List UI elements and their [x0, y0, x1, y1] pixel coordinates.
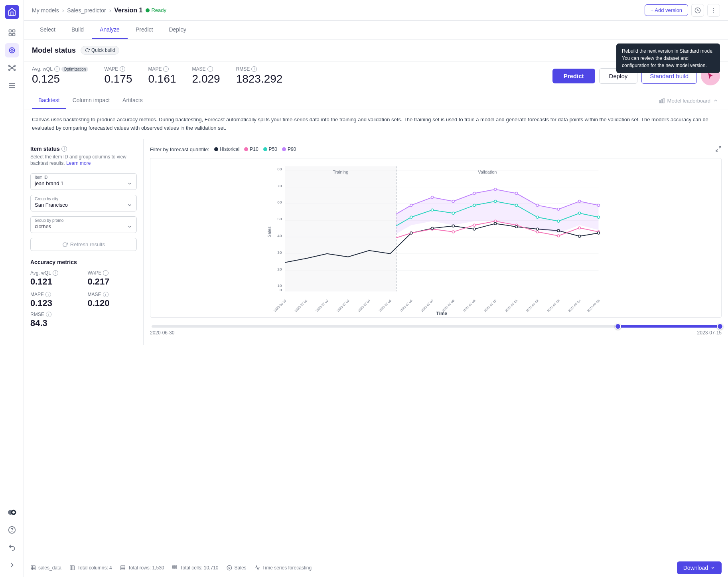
refresh-results-button[interactable]: Refresh results: [30, 238, 137, 251]
tab-deploy[interactable]: Deploy: [161, 21, 194, 39]
accuracy-mase: MASE i 0.120: [88, 292, 137, 308]
legend-p90-label: P90: [288, 146, 296, 152]
slider-handle-right[interactable]: [717, 323, 723, 330]
download-button[interactable]: Download: [677, 561, 722, 574]
svg-point-91: [494, 200, 497, 202]
legend-p90[interactable]: P90: [282, 146, 296, 152]
sidebar-icon-toggle[interactable]: [5, 505, 19, 520]
columns-icon: [69, 565, 75, 571]
accuracy-wape-info[interactable]: i: [103, 270, 109, 276]
accuracy-avg-wql-info[interactable]: i: [53, 270, 58, 276]
model-leaderboard-button[interactable]: Model leaderboard: [657, 94, 720, 107]
sidebar: [0, 0, 24, 577]
slider-handle-left[interactable]: [615, 323, 621, 330]
table-name: sales_data: [38, 565, 61, 571]
predict-button[interactable]: Predict: [552, 69, 595, 83]
svg-text:Validation: Validation: [478, 169, 497, 174]
metric-avg-wql-label: Avg. wQL i Optimization: [32, 66, 88, 72]
sidebar-icon-help[interactable]: [5, 523, 19, 537]
metric-avg-wql: Avg. wQL i Optimization 0.125: [32, 66, 88, 85]
group-city-chevron-icon: [127, 202, 132, 208]
tooltip-box: Rebuild the next version in Standard mod…: [616, 43, 720, 73]
time-slider-track[interactable]: [152, 325, 720, 328]
svg-rect-124: [121, 565, 125, 570]
svg-line-35: [716, 149, 718, 151]
svg-rect-31: [659, 101, 661, 103]
svg-point-112: [515, 225, 518, 228]
time-end-label: 2023-07-15: [697, 330, 722, 336]
sidebar-icon-build[interactable]: [5, 26, 19, 40]
mape-info-icon[interactable]: i: [163, 66, 169, 72]
time-slider-section: 2020-06-30 2023-07-15: [150, 319, 722, 339]
quick-build-badge[interactable]: Quick build: [81, 46, 119, 55]
accuracy-rmse-info[interactable]: i: [46, 312, 51, 317]
sidebar-icon-export[interactable]: [5, 540, 19, 555]
svg-point-133: [227, 565, 232, 570]
svg-point-79: [452, 200, 454, 202]
app-logo[interactable]: [5, 5, 19, 19]
svg-point-84: [557, 208, 560, 210]
group-city-dropdown[interactable]: Group by city San Francisco: [30, 195, 137, 211]
breadcrumb-sep-2: ›: [109, 7, 111, 14]
svg-point-28: [713, 8, 714, 9]
avg-wql-info-icon[interactable]: i: [54, 66, 60, 72]
model-status-bar: Model status Quick build Rebuild the nex…: [24, 40, 728, 61]
sidebar-icon-list[interactable]: [5, 78, 19, 93]
group-promo-dropdown-group: Group by promo clothes: [30, 216, 137, 233]
history-icon-button[interactable]: [691, 4, 704, 17]
accuracy-mase-info[interactable]: i: [103, 292, 109, 297]
accuracy-mape-info[interactable]: i: [45, 292, 51, 297]
more-options-button[interactable]: [707, 4, 720, 17]
legend-p10[interactable]: P10: [244, 146, 258, 152]
sidebar-icon-collapse[interactable]: [5, 558, 19, 572]
learn-more-link[interactable]: Learn more: [66, 160, 91, 166]
table-icon: [30, 565, 36, 571]
download-label: Download: [683, 565, 708, 571]
sidebar-icon-models[interactable]: [5, 43, 19, 57]
total-rows: Total rows: 1,530: [128, 565, 164, 571]
breadcrumb-sales-predictor[interactable]: Sales_predictor: [67, 7, 106, 14]
svg-rect-127: [173, 565, 174, 566]
sub-tab-column-impact[interactable]: Column impact: [66, 92, 116, 109]
status-bar-left: sales_data Total columns: 4: [30, 565, 312, 571]
expand-chart-button[interactable]: [715, 146, 722, 153]
accuracy-mase-label: MASE i: [88, 292, 137, 297]
mase-info-icon[interactable]: i: [207, 66, 213, 72]
accuracy-mape: MAPE i 0.123: [30, 292, 80, 308]
sub-tab-backtest[interactable]: Backtest: [32, 92, 66, 109]
svg-text:50: 50: [277, 217, 282, 221]
wape-info-icon[interactable]: i: [120, 66, 125, 72]
item-id-dropdown-group: Item ID jean brand 1: [30, 173, 137, 190]
item-status-info-icon[interactable]: i: [61, 146, 67, 152]
sub-tab-artifacts[interactable]: Artifacts: [116, 92, 149, 109]
svg-point-134: [229, 567, 230, 569]
svg-rect-1: [12, 30, 15, 32]
breadcrumb-my-models[interactable]: My models: [32, 7, 59, 14]
svg-rect-121: [70, 565, 75, 570]
metric-mase: MASE i 2.029: [192, 66, 220, 85]
svg-point-103: [536, 231, 539, 233]
item-status-subtitle: Select the item ID and group columns to …: [30, 154, 137, 167]
chart-legend: Historical P10 P50: [214, 146, 296, 152]
legend-p50[interactable]: P50: [263, 146, 277, 152]
svg-point-116: [597, 232, 600, 234]
tooltip-text: Rebuild the next version in Standard mod…: [622, 48, 714, 68]
add-version-button[interactable]: + Add version: [645, 4, 688, 16]
group-promo-label: Group by promo: [31, 217, 136, 223]
metric-wape-value: 0.175: [104, 73, 132, 85]
tab-build[interactable]: Build: [63, 21, 92, 39]
sidebar-icon-integrations[interactable]: [5, 61, 19, 75]
content-area: Model status Quick build Rebuild the nex…: [24, 40, 728, 558]
tab-predict[interactable]: Predict: [128, 21, 161, 39]
group-promo-dropdown[interactable]: Group by promo clothes: [30, 216, 137, 233]
tab-analyze[interactable]: Analyze: [92, 21, 128, 39]
svg-point-78: [431, 196, 434, 198]
tab-select[interactable]: Select: [32, 21, 63, 39]
item-id-dropdown[interactable]: Item ID jean brand 1: [30, 173, 137, 190]
rmse-info-icon[interactable]: i: [251, 66, 257, 72]
metric-mape: MAPE i 0.161: [148, 66, 176, 85]
accuracy-mape-value: 0.123: [30, 298, 80, 308]
svg-line-15: [10, 66, 11, 67]
sub-tabs-left: Backtest Column impact Artifacts: [32, 92, 149, 109]
ready-text: Ready: [151, 7, 166, 13]
